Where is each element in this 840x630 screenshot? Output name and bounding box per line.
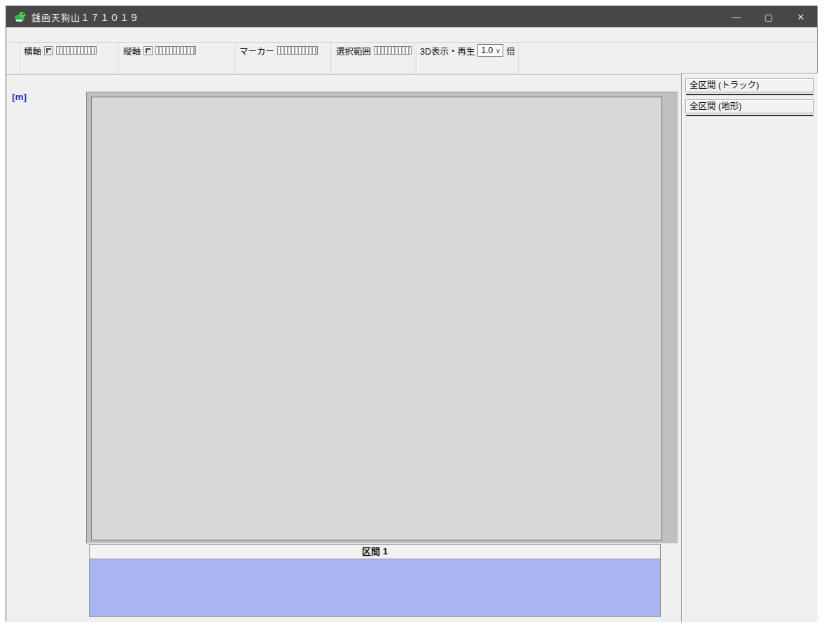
chart-area: [m] 区間 1 全区間 (トラック) 全区間 (地形) bbox=[6, 75, 817, 622]
section-values-box bbox=[89, 559, 661, 617]
titlebar: 銭函天狗山１７１０１９ — ▢ ✕ bbox=[6, 6, 817, 27]
close-button[interactable]: ✕ bbox=[785, 6, 817, 27]
stats-table-track bbox=[686, 94, 813, 95]
selection-slider[interactable] bbox=[374, 46, 412, 55]
elevation-plot[interactable] bbox=[91, 97, 662, 540]
stats-header-terrain: 全区間 (地形) bbox=[685, 99, 814, 113]
plot-frame bbox=[86, 92, 678, 544]
menu-bar bbox=[6, 27, 817, 43]
toolbar-group-marker: マーカー bbox=[236, 43, 331, 74]
app-icon bbox=[13, 10, 26, 23]
chevron-down-icon: ∨ bbox=[493, 47, 503, 55]
selection-label: 選択範囲 bbox=[336, 44, 371, 57]
playback-speed-unit: 倍 bbox=[506, 44, 515, 57]
toolbar-group-vaxis: 縦軸 bbox=[120, 43, 234, 74]
stats-header-track: 全区間 (トラック) bbox=[685, 78, 814, 92]
vaxis-slider[interactable] bbox=[155, 46, 196, 55]
vaxis-label: 縦軸 bbox=[123, 44, 141, 57]
section-header: 区間 1 bbox=[89, 544, 661, 559]
haxis-mini-button[interactable] bbox=[44, 46, 53, 55]
playback-speed-value: 1.0 bbox=[478, 46, 493, 55]
playback-label: 3D表示・再生 bbox=[420, 44, 475, 57]
haxis-label: 横軸 bbox=[24, 44, 41, 57]
stats-table-terrain bbox=[686, 115, 813, 116]
marker-label: マーカー bbox=[239, 44, 274, 57]
maximize-button[interactable]: ▢ bbox=[752, 6, 785, 27]
marker-slider[interactable] bbox=[277, 46, 318, 55]
x-axis bbox=[90, 75, 692, 92]
section-panel: 区間 1 bbox=[6, 544, 678, 621]
haxis-slider[interactable] bbox=[56, 46, 97, 55]
app-window: 銭函天狗山１７１０１９ — ▢ ✕ 横軸 縦軸 マーカ bbox=[6, 6, 818, 622]
minimize-button[interactable]: — bbox=[720, 6, 752, 27]
toolbar-group-selection: 選択範囲 bbox=[332, 43, 415, 74]
playback-speed-select[interactable]: 1.0 ∨ bbox=[477, 44, 503, 57]
toolbar-group-haxis: 横軸 bbox=[20, 43, 118, 74]
y-axis bbox=[6, 92, 86, 547]
toolbar: 横軸 縦軸 マーカー 選択範囲 bbox=[6, 43, 817, 75]
vaxis-mini-button[interactable] bbox=[144, 46, 153, 55]
stats-panel: 全区間 (トラック) 全区間 (地形) bbox=[681, 73, 818, 622]
toolbar-group-playback: 3D表示・再生 1.0 ∨ 倍 bbox=[416, 43, 519, 74]
window-title: 銭函天狗山１７１０１９ bbox=[31, 10, 139, 24]
